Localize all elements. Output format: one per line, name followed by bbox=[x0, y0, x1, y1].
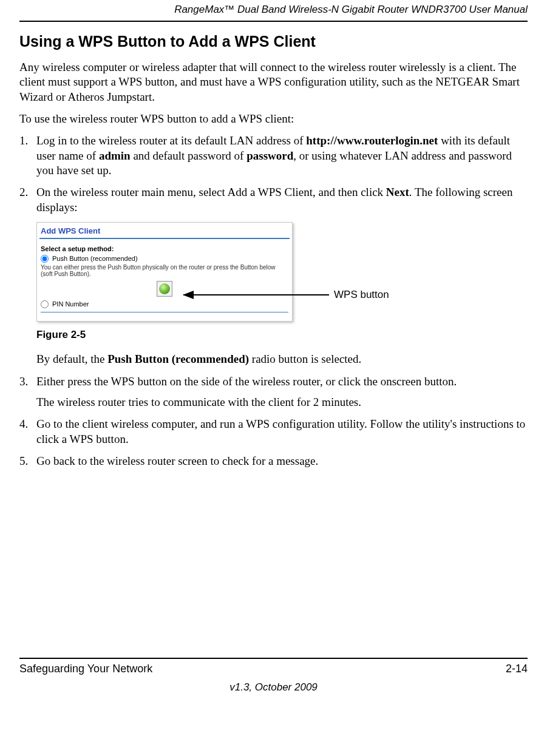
pin-number-radio[interactable] bbox=[41, 300, 49, 308]
push-button-option[interactable]: Push Button (recommended) bbox=[41, 255, 288, 263]
footer-version: v1.3, October 2009 bbox=[19, 681, 528, 700]
add-wps-client-panel: Add WPS Client Select a setup method: Pu… bbox=[36, 222, 293, 322]
step-5-text: Go back to the wireless router screen to… bbox=[36, 454, 528, 468]
step-4-text: Go to the client wireless computer, and … bbox=[36, 417, 528, 447]
step-1-text: Log in to the wireless router at its def… bbox=[36, 133, 528, 178]
step-5: 5. Go back to the wireless router screen… bbox=[19, 454, 528, 468]
step-3: 3. Either press the WPS button on the si… bbox=[19, 374, 528, 410]
callout-arrow-group: WPS button bbox=[183, 289, 389, 301]
document-header: RangeMax™ Dual Band Wireless-N Gigabit R… bbox=[19, 4, 528, 16]
callout-label: WPS button bbox=[334, 289, 389, 301]
step-3-sub-text: The wireless router tries to communicate… bbox=[36, 395, 528, 410]
header-rule bbox=[19, 21, 528, 22]
step-2-sub: By default, the Push Button (recommended… bbox=[19, 352, 528, 366]
step-2: 2. On the wireless router main menu, sel… bbox=[19, 185, 528, 215]
push-button-description: You can either press the Push Button phy… bbox=[41, 264, 288, 277]
arrow-icon bbox=[183, 294, 329, 295]
push-button-label: Push Button (recommended) bbox=[52, 255, 138, 262]
wps-soft-button[interactable] bbox=[157, 281, 172, 297]
step-3-number: 3. bbox=[19, 374, 36, 410]
setup-method-label: Select a setup method: bbox=[41, 245, 288, 252]
panel-title: Add WPS Client bbox=[37, 223, 292, 238]
intro-paragraph-1: Any wireless computer or wireless adapte… bbox=[19, 60, 528, 104]
step-2-sub-text: By default, the Push Button (recommended… bbox=[36, 352, 528, 366]
step-1: 1. Log in to the wireless router at its … bbox=[19, 133, 528, 178]
step-2-text: On the wireless router main menu, select… bbox=[36, 185, 528, 215]
figure-2-5-row: Add WPS Client Select a setup method: Pu… bbox=[36, 222, 528, 322]
intro-paragraph-2: To use the wireless router WPS button to… bbox=[19, 112, 528, 126]
step-4: 4. Go to the client wireless computer, a… bbox=[19, 417, 528, 447]
step-2-number: 2. bbox=[19, 185, 36, 215]
panel-bottom-rule bbox=[41, 312, 288, 313]
footer-page-number: 2-14 bbox=[506, 663, 528, 675]
step-3-text: Either press the WPS button on the side … bbox=[36, 374, 528, 389]
wps-icon bbox=[159, 283, 170, 294]
step-1-number: 1. bbox=[19, 133, 36, 178]
step-5-number: 5. bbox=[19, 454, 36, 468]
pin-number-option[interactable]: PIN Number bbox=[41, 300, 288, 308]
push-button-radio[interactable] bbox=[41, 255, 49, 263]
pin-number-label: PIN Number bbox=[52, 300, 89, 308]
figure-caption: Figure 2-5 bbox=[36, 329, 528, 341]
step-4-number: 4. bbox=[19, 417, 36, 447]
section-heading: Using a WPS Button to Add a WPS Client bbox=[19, 33, 528, 50]
footer-left: Safeguarding Your Network bbox=[19, 663, 152, 675]
